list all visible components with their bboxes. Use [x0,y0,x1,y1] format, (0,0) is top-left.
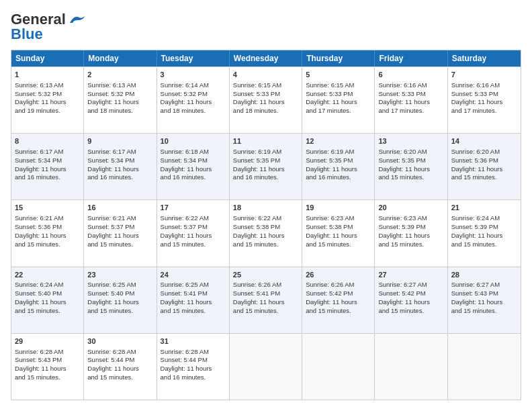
day-info-line: and 15 minutes. [306,240,371,249]
day-info-line: Sunrise: 6:24 AM [15,281,80,289]
day-info-line: Daylight: 11 hours [87,298,152,307]
calendar-day-18: 18Sunrise: 6:22 AMSunset: 5:38 PMDayligh… [230,200,302,266]
day-info-line: Sunset: 5:34 PM [161,156,226,165]
header-day-thursday: Thursday [302,50,375,66]
day-info-line: Sunset: 5:41 PM [233,289,298,298]
day-info-line: Sunset: 5:43 PM [451,289,517,298]
day-info-line: and 15 minutes. [87,240,152,249]
day-info-line: Daylight: 11 hours [378,232,443,240]
calendar-day-2: 2Sunrise: 6:13 AMSunset: 5:32 PMDaylight… [84,67,157,133]
day-info-line: Sunset: 5:32 PM [87,90,152,99]
calendar-day-23: 23Sunrise: 6:25 AMSunset: 5:40 PMDayligh… [84,267,157,333]
day-info-line: Sunrise: 6:22 AM [233,214,298,223]
calendar-body: 1Sunrise: 6:13 AMSunset: 5:32 PMDaylight… [11,66,521,400]
day-info-line: Sunset: 5:32 PM [15,90,80,99]
header-day-monday: Monday [84,50,157,66]
day-info-line: Daylight: 11 hours [161,365,226,373]
day-number: 24 [161,270,226,280]
logo-bird-icon [67,13,86,26]
day-info-line: Sunrise: 6:19 AM [306,148,371,156]
day-info-line: and 18 minutes. [161,107,226,116]
day-info-line: and 16 minutes. [87,173,152,182]
day-info-line: and 16 minutes. [161,173,226,182]
day-info-line: Sunrise: 6:27 AM [451,281,517,289]
header-day-saturday: Saturday [448,50,521,66]
day-number: 26 [306,270,371,280]
day-info-line: Sunrise: 6:17 AM [87,148,152,156]
day-info-line: Daylight: 11 hours [87,98,152,107]
header-day-tuesday: Tuesday [157,50,230,66]
day-info-line: Daylight: 11 hours [87,365,152,373]
calendar-day-3: 3Sunrise: 6:14 AMSunset: 5:32 PMDaylight… [157,67,230,133]
day-info-line: Daylight: 11 hours [306,232,371,240]
day-number: 16 [87,203,152,213]
calendar-week-5: 29Sunrise: 6:28 AMSunset: 5:43 PMDayligh… [11,333,521,400]
day-info-line: Daylight: 11 hours [378,298,443,307]
day-info-line: Sunset: 5:35 PM [378,156,443,165]
day-info-line: Sunrise: 6:27 AM [378,281,443,289]
day-info-line: Sunrise: 6:23 AM [306,214,371,223]
calendar-empty [302,334,375,400]
day-number: 7 [451,70,517,80]
calendar-day-14: 14Sunrise: 6:20 AMSunset: 5:36 PMDayligh… [448,134,521,199]
day-info-line: Daylight: 11 hours [15,365,80,373]
day-info-line: and 16 minutes. [233,173,298,182]
day-number: 31 [161,336,226,347]
day-info-line: and 15 minutes. [15,307,80,316]
day-info-line: Daylight: 11 hours [15,165,80,174]
day-number: 9 [87,136,152,146]
calendar-week-3: 15Sunrise: 6:21 AMSunset: 5:36 PMDayligh… [11,199,521,266]
day-info-line: Sunset: 5:42 PM [306,289,371,298]
day-info-line: Sunrise: 6:24 AM [451,214,517,223]
day-info-line: Sunrise: 6:28 AM [15,348,80,357]
day-info-line: Sunrise: 6:14 AM [161,81,226,90]
day-info-line: Sunrise: 6:26 AM [306,281,371,289]
day-number: 21 [451,203,517,213]
calendar-day-19: 19Sunrise: 6:23 AMSunset: 5:38 PMDayligh… [302,200,375,266]
calendar-day-29: 29Sunrise: 6:28 AMSunset: 5:43 PMDayligh… [11,334,84,400]
calendar-day-8: 8Sunrise: 6:17 AMSunset: 5:34 PMDaylight… [11,134,84,199]
day-info-line: and 15 minutes. [87,307,152,316]
header-day-friday: Friday [375,50,447,66]
day-info-line: and 19 minutes. [15,107,80,116]
day-info-line: Sunrise: 6:20 AM [378,148,443,156]
day-info-line: Sunrise: 6:17 AM [15,148,80,156]
calendar-empty [448,334,521,400]
day-info-line: Sunset: 5:40 PM [87,289,152,298]
day-info-line: Sunset: 5:39 PM [378,223,443,232]
day-info-line: Daylight: 11 hours [161,98,226,107]
day-info-line: Sunset: 5:34 PM [15,156,80,165]
day-number: 27 [378,270,443,280]
day-info-line: Sunset: 5:41 PM [161,289,226,298]
day-info-line: Sunrise: 6:23 AM [378,214,443,223]
day-info-line: Sunset: 5:32 PM [161,90,226,99]
day-info-line: Daylight: 11 hours [161,232,226,240]
day-info-line: Daylight: 11 hours [233,298,298,307]
day-number: 12 [306,136,371,146]
calendar-header: SundayMondayTuesdayWednesdayThursdayFrid… [11,50,521,66]
day-info-line: Sunset: 5:37 PM [87,223,152,232]
calendar: SundayMondayTuesdayWednesdayThursdayFrid… [11,50,521,400]
day-info-line: and 15 minutes. [378,307,443,316]
day-info-line: Sunrise: 6:18 AM [161,148,226,156]
day-info-line: Daylight: 11 hours [15,98,80,107]
calendar-day-17: 17Sunrise: 6:22 AMSunset: 5:37 PMDayligh… [157,200,230,266]
day-info-line: and 17 minutes. [306,107,371,116]
day-info-line: and 15 minutes. [306,307,371,316]
day-info-line: and 15 minutes. [233,240,298,249]
calendar-day-24: 24Sunrise: 6:25 AMSunset: 5:41 PMDayligh… [157,267,230,333]
day-info-line: and 15 minutes. [15,373,80,382]
calendar-empty [375,334,447,400]
calendar-day-30: 30Sunrise: 6:28 AMSunset: 5:44 PMDayligh… [84,334,157,400]
day-info-line: Sunset: 5:37 PM [161,223,226,232]
day-number: 1 [15,70,80,80]
day-info-line: Daylight: 11 hours [306,165,371,174]
logo-blue: Blue [11,26,43,43]
day-number: 28 [451,270,517,280]
day-number: 14 [451,136,517,146]
day-info-line: and 18 minutes. [233,107,298,116]
day-info-line: Sunset: 5:40 PM [15,289,80,298]
calendar-day-9: 9Sunrise: 6:17 AMSunset: 5:34 PMDaylight… [84,134,157,199]
day-info-line: and 18 minutes. [87,107,152,116]
day-info-line: Sunrise: 6:16 AM [378,81,443,90]
